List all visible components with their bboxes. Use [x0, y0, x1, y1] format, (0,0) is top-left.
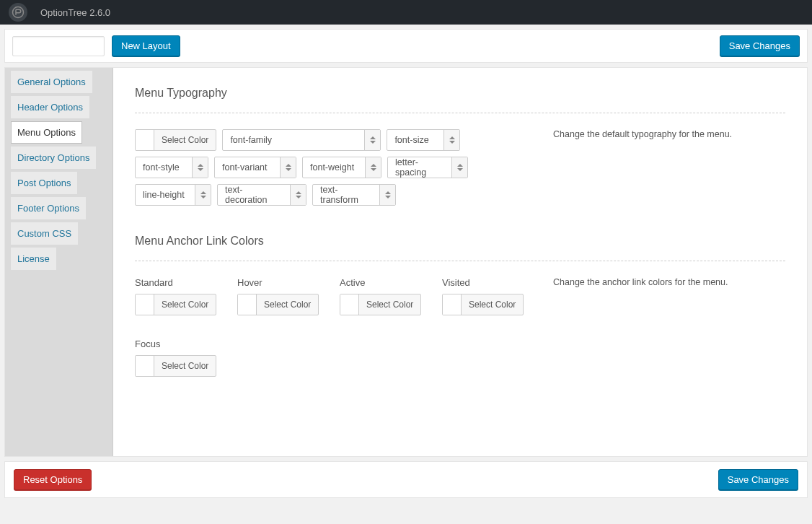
color-swatch-icon [136, 294, 154, 315]
select-value: font-variant [215, 157, 280, 178]
section-anchor-colors: Menu Anchor Link Colors Standard Select … [135, 235, 785, 378]
anchor-active-picker[interactable]: Select Color [340, 294, 421, 315]
anchor-description: Change the anchor link colors for the me… [539, 277, 785, 287]
app-topbar: OptionTree 2.6.0 [0, 0, 812, 25]
anchor-hover-label: Hover [237, 277, 324, 288]
anchor-hover-picker[interactable]: Select Color [237, 294, 319, 315]
anchor-active-label: Active [340, 277, 426, 288]
section-title-typography: Menu Typography [135, 87, 785, 100]
font-weight-select[interactable]: font-weight [302, 157, 381, 178]
new-layout-button[interactable]: New Layout [112, 35, 180, 56]
anchor-visited: Visited Select Color [442, 277, 529, 317]
chevron-up-down-icon [379, 185, 395, 205]
sidebar-item-menu: Menu Options [5, 120, 112, 145]
color-picker-label: Select Color [154, 356, 216, 376]
sidebar-link-directory[interactable]: Directory Options [11, 147, 96, 169]
layout-name-input[interactable] [12, 36, 105, 56]
select-value: line-height [136, 185, 195, 205]
anchor-focus-label: Focus [135, 339, 221, 349]
select-value: font-family [223, 130, 364, 150]
select-value: font-size [387, 130, 443, 150]
chevron-up-down-icon [443, 130, 459, 150]
font-variant-select[interactable]: font-variant [214, 157, 296, 178]
anchor-focus-picker[interactable]: Select Color [135, 355, 216, 377]
anchor-color-controls: Standard Select Color Hover Select Color [135, 277, 539, 378]
section-title-anchor: Menu Anchor Link Colors [135, 235, 785, 248]
content-panel: Menu Typography Select Color font-family… [113, 68, 807, 456]
chevron-up-down-icon [451, 157, 467, 178]
sidebar-link-header[interactable]: Header Options [11, 96, 89, 118]
app-logo-icon [9, 3, 27, 22]
anchor-visited-label: Visited [442, 277, 529, 288]
sidebar-item-footer: Footer Options [5, 196, 112, 221]
typography-description: Change the default typography for the me… [539, 129, 785, 139]
sidebar-item-customcss: Custom CSS [5, 221, 112, 246]
save-changes-button-top[interactable]: Save Changes [720, 35, 800, 56]
anchor-active: Active Select Color [340, 277, 426, 317]
color-picker-label: Select Color [462, 294, 523, 315]
chevron-up-down-icon [365, 157, 381, 178]
select-value: text-decoration [218, 185, 290, 205]
footer-toolbar: Reset Options Save Changes [4, 461, 808, 498]
chevron-up-down-icon [280, 157, 296, 178]
save-changes-button-bottom[interactable]: Save Changes [718, 469, 798, 490]
section-menu-typography: Menu Typography Select Color font-family… [135, 87, 785, 206]
app-title: OptionTree 2.6.0 [40, 7, 110, 18]
font-style-select[interactable]: font-style [135, 157, 208, 178]
color-picker-label: Select Color [154, 294, 216, 315]
sidebar-link-customcss[interactable]: Custom CSS [11, 222, 78, 245]
anchor-focus: Focus Select Color [135, 339, 221, 378]
chevron-up-down-icon [364, 130, 380, 150]
color-swatch-icon [340, 294, 359, 315]
color-picker-label: Select Color [154, 130, 216, 150]
anchor-visited-picker[interactable]: Select Color [442, 294, 524, 315]
color-swatch-icon [136, 130, 154, 150]
settings-sidebar: General Options Header Options Menu Opti… [5, 68, 113, 456]
color-picker-label: Select Color [257, 294, 318, 315]
anchor-standard: Standard Select Color [135, 277, 221, 317]
chevron-up-down-icon [192, 157, 208, 178]
color-swatch-icon [136, 356, 154, 376]
workspace: General Options Header Options Menu Opti… [4, 67, 808, 457]
font-family-select[interactable]: font-family [222, 129, 381, 151]
toolbar: New Layout Save Changes [4, 29, 808, 63]
select-value: text-transform [313, 185, 379, 205]
select-value: letter-spacing [388, 157, 451, 178]
color-picker-label: Select Color [359, 294, 420, 315]
font-size-select[interactable]: font-size [387, 129, 460, 151]
anchor-hover: Hover Select Color [237, 277, 324, 317]
anchor-standard-label: Standard [135, 277, 221, 288]
text-transform-select[interactable]: text-transform [312, 184, 396, 206]
reset-options-button[interactable]: Reset Options [14, 469, 92, 490]
chevron-up-down-icon [290, 185, 306, 205]
sidebar-item-general: General Options [5, 69, 112, 95]
select-value: font-style [136, 157, 192, 178]
typography-controls: Select Color font-family font-size font-… [135, 129, 539, 206]
sidebar-link-footer[interactable]: Footer Options [11, 197, 86, 219]
color-swatch-icon [443, 294, 462, 315]
select-value: font-weight [303, 157, 365, 178]
sidebar-item-directory: Directory Options [5, 145, 112, 170]
sidebar-link-license[interactable]: License [11, 248, 56, 270]
anchor-standard-picker[interactable]: Select Color [135, 294, 216, 315]
sidebar-link-post[interactable]: Post Options [11, 172, 77, 194]
chevron-up-down-icon [195, 185, 211, 205]
sidebar-item-license: License [5, 246, 112, 271]
divider [135, 261, 785, 261]
letter-spacing-select[interactable]: letter-spacing [387, 157, 468, 178]
typography-color-picker[interactable]: Select Color [135, 129, 216, 151]
text-decoration-select[interactable]: text-decoration [217, 184, 306, 206]
sidebar-item-header: Header Options [5, 95, 112, 120]
line-height-select[interactable]: line-height [135, 184, 211, 206]
sidebar-link-general[interactable]: General Options [11, 71, 92, 93]
sidebar-item-post: Post Options [5, 170, 112, 196]
color-swatch-icon [238, 294, 257, 315]
divider [135, 113, 785, 113]
sidebar-link-menu[interactable]: Menu Options [11, 121, 82, 144]
